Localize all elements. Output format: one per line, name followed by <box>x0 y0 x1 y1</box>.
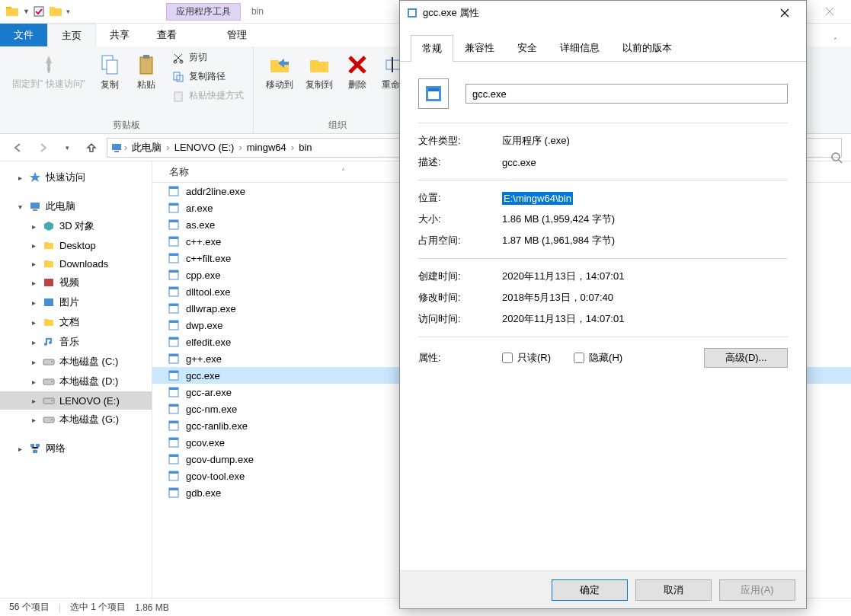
tree-item[interactable]: ▸本地磁盘 (D:) <box>0 372 152 391</box>
cut-button[interactable]: 剪切 <box>169 49 247 65</box>
tree-item[interactable]: ▸图片 <box>0 292 152 312</box>
chevron-right-icon[interactable]: ▸ <box>29 298 38 307</box>
size-value: 1.86 MB (1,959,424 字节) <box>502 212 788 226</box>
forward-button[interactable] <box>34 139 52 157</box>
pin-to-quick-access-button[interactable]: 固定到" 快速访问" <box>6 49 91 92</box>
svg-rect-48 <box>169 337 178 340</box>
svg-rect-30 <box>169 187 178 189</box>
tab-file[interactable]: 文件 <box>0 24 47 46</box>
chevron-right-icon[interactable]: ▸ <box>29 416 38 424</box>
tree-item[interactable]: ▸Downloads <box>0 254 152 273</box>
advanced-button[interactable]: 高级(D)... <box>704 348 788 368</box>
up-button[interactable] <box>82 139 101 157</box>
exe-icon <box>168 487 180 499</box>
chevron-right-icon[interactable]: ▸ <box>29 241 38 250</box>
tree-quick-access[interactable]: ▸ 快速访问 <box>0 168 152 187</box>
tree-item[interactable]: ▸本地磁盘 (G:) <box>0 410 152 429</box>
tab-general[interactable]: 常规 <box>411 35 453 62</box>
tree-item[interactable]: ▸Desktop <box>0 236 152 254</box>
delete-button[interactable]: 删除 <box>339 49 376 94</box>
qat-checkbox-icon[interactable] <box>33 5 45 18</box>
ok-button[interactable]: 确定 <box>552 579 628 601</box>
chevron-right-icon[interactable]: ▸ <box>29 378 38 386</box>
tab-home[interactable]: 主页 <box>47 24 96 46</box>
tree-this-pc[interactable]: ▾ 此电脑 <box>0 196 152 216</box>
chevron-right-icon[interactable]: ▸ <box>29 338 38 346</box>
breadcrumb-item[interactable]: mingw64 <box>244 142 290 153</box>
close-button[interactable] <box>769 2 800 24</box>
type-value: 应用程序 (.exe) <box>502 134 788 148</box>
tree-item[interactable]: ▸视频 <box>0 273 152 292</box>
description-label: 描述: <box>418 155 502 169</box>
chevron-right-icon[interactable]: ▸ <box>15 445 24 453</box>
filename-input[interactable] <box>465 84 788 104</box>
exe-icon <box>168 185 180 197</box>
ribbon-collapse-icon[interactable]: ˄ <box>833 37 837 45</box>
chevron-right-icon[interactable]: ▸ <box>29 222 38 231</box>
breadcrumb-item[interactable]: bin <box>296 142 315 153</box>
tree-item[interactable]: ▸LENOVO (E:) <box>0 391 152 410</box>
apply-button[interactable]: 应用(A) <box>719 579 795 601</box>
recent-locations-button[interactable]: ▾ <box>58 139 76 157</box>
navigation-pane: ▸ 快速访问 ▾ 此电脑 ▸3D 对象▸Desktop▸Downloads▸视频… <box>0 161 152 599</box>
paste-shortcut-button[interactable]: 粘贴快捷方式 <box>169 88 247 104</box>
readonly-checkbox[interactable]: 只读(R) <box>502 351 551 365</box>
copy-button[interactable]: 复制 <box>91 49 128 94</box>
chevron-right-icon[interactable]: › <box>123 142 129 153</box>
breadcrumb-item[interactable]: 此电脑 <box>129 141 165 155</box>
tab-manage[interactable]: 管理 <box>213 24 261 46</box>
tree-network[interactable]: ▸ 网络 <box>0 439 152 458</box>
tree-label: LENOVO (E:) <box>59 395 120 407</box>
file-icon-box[interactable] <box>418 78 449 109</box>
tree-item[interactable]: ▸本地磁盘 (C:) <box>0 352 152 372</box>
chevron-right-icon[interactable]: ▸ <box>15 174 24 182</box>
exe-icon <box>168 235 180 247</box>
chevron-right-icon[interactable]: › <box>165 142 171 153</box>
chevron-right-icon[interactable]: ▸ <box>29 358 38 366</box>
chevron-right-icon[interactable]: ▸ <box>29 260 38 268</box>
attributes-label: 属性: <box>418 351 502 365</box>
copy-to-label: 复制到 <box>306 78 333 91</box>
svg-rect-3 <box>140 57 152 74</box>
chevron-right-icon[interactable]: ▸ <box>29 397 38 405</box>
chevron-right-icon[interactable]: ▸ <box>29 279 38 287</box>
chevron-right-icon[interactable]: ▸ <box>29 318 38 327</box>
background-window-close-icon[interactable] <box>809 0 851 23</box>
file-name: elfedit.exe <box>186 337 231 348</box>
location-label: 位置: <box>418 191 502 205</box>
svg-rect-17 <box>44 298 53 306</box>
chevron-down-icon[interactable]: ▾ <box>15 203 24 211</box>
tab-view[interactable]: 查看 <box>143 24 190 46</box>
svg-rect-20 <box>43 379 54 385</box>
dropdown-icon[interactable]: ▼ <box>23 8 30 15</box>
tree-item[interactable]: ▸文档 <box>0 312 152 332</box>
modified-value: 2018年5月13日，0:07:40 <box>502 291 788 305</box>
folder-icon[interactable] <box>48 4 63 19</box>
paste-button[interactable]: 粘贴 <box>128 49 165 94</box>
tab-compatibility[interactable]: 兼容性 <box>453 34 506 61</box>
chevron-right-icon[interactable]: › <box>237 142 243 153</box>
copy-to-button[interactable]: 复制到 <box>299 49 339 94</box>
cancel-button[interactable]: 取消 <box>635 579 712 601</box>
exe-icon <box>168 319 180 331</box>
tab-previous-versions[interactable]: 以前的版本 <box>611 34 683 61</box>
breadcrumb-item[interactable]: LENOVO (E:) <box>171 142 238 153</box>
move-to-button[interactable]: 移动到 <box>260 49 299 94</box>
copy-label: 复制 <box>101 78 119 91</box>
location-value: E:\mingw64\bin <box>502 193 788 204</box>
tab-details[interactable]: 详细信息 <box>549 34 611 61</box>
back-button[interactable] <box>9 139 27 157</box>
delete-label: 删除 <box>348 78 366 91</box>
svg-rect-18 <box>43 359 54 365</box>
exe-icon <box>168 403 180 415</box>
tab-security[interactable]: 安全 <box>506 34 549 61</box>
search-icon[interactable] <box>831 152 843 164</box>
tab-share[interactable]: 共享 <box>96 24 143 46</box>
copy-path-button[interactable]: 复制路径 <box>169 69 247 85</box>
qat-overflow-icon[interactable]: ▾ <box>66 8 70 15</box>
tree-label: 本地磁盘 (C:) <box>59 355 118 369</box>
tree-item[interactable]: ▸音乐 <box>0 332 152 352</box>
chevron-right-icon[interactable]: › <box>290 142 296 153</box>
tree-item[interactable]: ▸3D 对象 <box>0 216 152 236</box>
hidden-checkbox[interactable]: 隐藏(H) <box>574 351 622 365</box>
